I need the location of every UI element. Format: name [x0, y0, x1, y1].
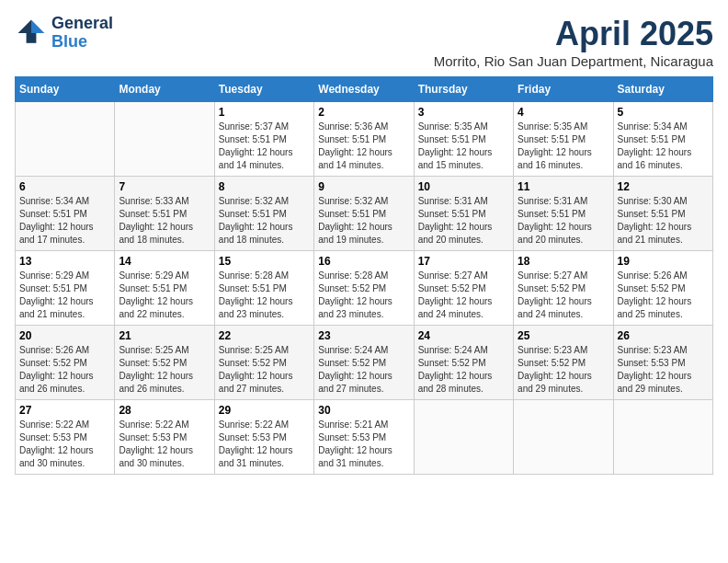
day-info: Sunrise: 5:35 AM Sunset: 5:51 PM Dayligh…: [418, 121, 509, 172]
day-number: 25: [518, 329, 609, 342]
calendar-cell: 27Sunrise: 5:22 AM Sunset: 5:53 PM Dayli…: [16, 400, 115, 475]
day-number: 7: [119, 180, 210, 193]
day-info: Sunrise: 5:28 AM Sunset: 5:52 PM Dayligh…: [318, 270, 409, 321]
calendar-cell: 28Sunrise: 5:22 AM Sunset: 5:53 PM Dayli…: [115, 400, 214, 475]
calendar-cell: 7Sunrise: 5:33 AM Sunset: 5:51 PM Daylig…: [115, 177, 214, 251]
calendar-cell: [514, 400, 613, 475]
day-number: 5: [618, 106, 709, 119]
calendar-cell: 20Sunrise: 5:26 AM Sunset: 5:52 PM Dayli…: [16, 326, 115, 400]
day-number: 3: [418, 106, 509, 119]
day-number: 10: [418, 180, 509, 193]
calendar-cell: 13Sunrise: 5:29 AM Sunset: 5:51 PM Dayli…: [16, 251, 115, 326]
day-number: 24: [418, 329, 509, 342]
day-number: 22: [219, 329, 310, 342]
day-info: Sunrise: 5:27 AM Sunset: 5:52 PM Dayligh…: [418, 270, 509, 321]
location: Morrito, Rio San Juan Department, Nicara…: [434, 53, 713, 69]
day-number: 8: [219, 180, 310, 193]
day-number: 27: [19, 404, 110, 417]
calendar-week-row: 27Sunrise: 5:22 AM Sunset: 5:53 PM Dayli…: [16, 400, 713, 475]
calendar-cell: 24Sunrise: 5:24 AM Sunset: 5:52 PM Dayli…: [414, 326, 513, 400]
day-info: Sunrise: 5:33 AM Sunset: 5:51 PM Dayligh…: [119, 195, 210, 247]
calendar-body: 1Sunrise: 5:37 AM Sunset: 5:51 PM Daylig…: [16, 102, 713, 475]
day-info: Sunrise: 5:29 AM Sunset: 5:51 PM Dayligh…: [119, 270, 210, 321]
calendar-cell: [414, 400, 513, 475]
day-number: 19: [618, 255, 709, 268]
day-number: 16: [318, 255, 409, 268]
day-info: Sunrise: 5:35 AM Sunset: 5:51 PM Dayligh…: [518, 121, 609, 172]
calendar-week-row: 1Sunrise: 5:37 AM Sunset: 5:51 PM Daylig…: [16, 102, 713, 177]
day-number: 6: [19, 180, 110, 193]
logo-text-line1: General: [51, 15, 113, 33]
day-info: Sunrise: 5:22 AM Sunset: 5:53 PM Dayligh…: [219, 419, 310, 470]
calendar-cell: 26Sunrise: 5:23 AM Sunset: 5:53 PM Dayli…: [613, 326, 712, 400]
day-info: Sunrise: 5:30 AM Sunset: 5:51 PM Dayligh…: [618, 195, 709, 247]
title-block: April 2025 Morrito, Rio San Juan Departm…: [434, 15, 713, 69]
calendar-cell: 19Sunrise: 5:26 AM Sunset: 5:52 PM Dayli…: [613, 251, 712, 326]
day-number: 13: [19, 255, 110, 268]
calendar-cell: 4Sunrise: 5:35 AM Sunset: 5:51 PM Daylig…: [514, 102, 613, 177]
calendar-cell: 29Sunrise: 5:22 AM Sunset: 5:53 PM Dayli…: [214, 400, 313, 475]
month-title: April 2025: [434, 15, 713, 53]
weekday-header: Tuesday: [214, 77, 313, 102]
day-number: 14: [119, 255, 210, 268]
day-number: 21: [119, 329, 210, 342]
day-info: Sunrise: 5:26 AM Sunset: 5:52 PM Dayligh…: [19, 344, 110, 396]
svg-marker-1: [18, 19, 31, 32]
day-info: Sunrise: 5:34 AM Sunset: 5:51 PM Dayligh…: [19, 195, 110, 247]
calendar-table: SundayMondayTuesdayWednesdayThursdayFrid…: [15, 76, 713, 475]
calendar-cell: [115, 102, 214, 177]
calendar-cell: 9Sunrise: 5:32 AM Sunset: 5:51 PM Daylig…: [314, 177, 414, 251]
logo-icon: [15, 17, 48, 50]
calendar-cell: 30Sunrise: 5:21 AM Sunset: 5:53 PM Dayli…: [314, 400, 414, 475]
weekday-header: Friday: [514, 77, 613, 102]
weekday-header: Thursday: [414, 77, 513, 102]
calendar-cell: 10Sunrise: 5:31 AM Sunset: 5:51 PM Dayli…: [414, 177, 513, 251]
calendar-cell: 18Sunrise: 5:27 AM Sunset: 5:52 PM Dayli…: [514, 251, 613, 326]
weekday-header: Monday: [115, 77, 214, 102]
day-info: Sunrise: 5:32 AM Sunset: 5:51 PM Dayligh…: [219, 195, 310, 247]
calendar-cell: 23Sunrise: 5:24 AM Sunset: 5:52 PM Dayli…: [314, 326, 414, 400]
calendar-cell: 11Sunrise: 5:31 AM Sunset: 5:51 PM Dayli…: [514, 177, 613, 251]
weekday-row: SundayMondayTuesdayWednesdayThursdayFrid…: [16, 77, 713, 102]
day-info: Sunrise: 5:24 AM Sunset: 5:52 PM Dayligh…: [418, 344, 509, 396]
calendar-cell: 5Sunrise: 5:34 AM Sunset: 5:51 PM Daylig…: [613, 102, 712, 177]
calendar-week-row: 6Sunrise: 5:34 AM Sunset: 5:51 PM Daylig…: [16, 177, 713, 251]
day-info: Sunrise: 5:22 AM Sunset: 5:53 PM Dayligh…: [119, 419, 210, 470]
calendar-cell: 17Sunrise: 5:27 AM Sunset: 5:52 PM Dayli…: [414, 251, 513, 326]
day-number: 2: [318, 106, 409, 119]
calendar-cell: 16Sunrise: 5:28 AM Sunset: 5:52 PM Dayli…: [314, 251, 414, 326]
day-info: Sunrise: 5:21 AM Sunset: 5:53 PM Dayligh…: [318, 419, 409, 470]
day-number: 28: [119, 404, 210, 417]
logo-text-line2: Blue: [51, 33, 113, 52]
day-info: Sunrise: 5:31 AM Sunset: 5:51 PM Dayligh…: [518, 195, 609, 247]
calendar-cell: 6Sunrise: 5:34 AM Sunset: 5:51 PM Daylig…: [16, 177, 115, 251]
day-info: Sunrise: 5:26 AM Sunset: 5:52 PM Dayligh…: [618, 270, 709, 321]
day-number: 29: [219, 404, 310, 417]
day-info: Sunrise: 5:25 AM Sunset: 5:52 PM Dayligh…: [119, 344, 210, 396]
day-number: 12: [618, 180, 709, 193]
weekday-header: Sunday: [16, 77, 115, 102]
calendar-cell: [613, 400, 712, 475]
calendar-cell: 21Sunrise: 5:25 AM Sunset: 5:52 PM Dayli…: [115, 326, 214, 400]
calendar-week-row: 20Sunrise: 5:26 AM Sunset: 5:52 PM Dayli…: [16, 326, 713, 400]
calendar-cell: 8Sunrise: 5:32 AM Sunset: 5:51 PM Daylig…: [214, 177, 313, 251]
calendar-cell: 2Sunrise: 5:36 AM Sunset: 5:51 PM Daylig…: [314, 102, 414, 177]
calendar-cell: 3Sunrise: 5:35 AM Sunset: 5:51 PM Daylig…: [414, 102, 513, 177]
day-number: 4: [518, 106, 609, 119]
day-info: Sunrise: 5:31 AM Sunset: 5:51 PM Dayligh…: [418, 195, 509, 247]
svg-marker-0: [31, 19, 44, 32]
day-info: Sunrise: 5:23 AM Sunset: 5:53 PM Dayligh…: [618, 344, 709, 396]
calendar-cell: [16, 102, 115, 177]
day-number: 1: [219, 106, 310, 119]
day-info: Sunrise: 5:25 AM Sunset: 5:52 PM Dayligh…: [219, 344, 310, 396]
day-number: 15: [219, 255, 310, 268]
calendar-cell: 25Sunrise: 5:23 AM Sunset: 5:52 PM Dayli…: [514, 326, 613, 400]
day-info: Sunrise: 5:22 AM Sunset: 5:53 PM Dayligh…: [19, 419, 110, 470]
day-number: 23: [318, 329, 409, 342]
page-header: General Blue April 2025 Morrito, Rio San…: [15, 15, 713, 69]
day-info: Sunrise: 5:29 AM Sunset: 5:51 PM Dayligh…: [19, 270, 110, 321]
calendar-cell: 14Sunrise: 5:29 AM Sunset: 5:51 PM Dayli…: [115, 251, 214, 326]
svg-rect-2: [27, 33, 37, 43]
day-info: Sunrise: 5:32 AM Sunset: 5:51 PM Dayligh…: [318, 195, 409, 247]
day-info: Sunrise: 5:24 AM Sunset: 5:52 PM Dayligh…: [318, 344, 409, 396]
